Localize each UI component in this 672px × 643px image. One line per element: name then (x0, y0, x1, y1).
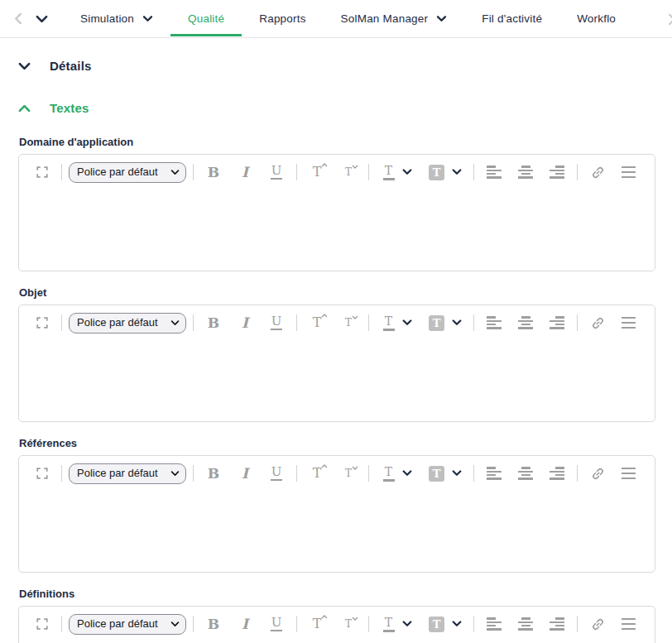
chevron-down-icon (142, 16, 153, 22)
font-family-select[interactable]: Police par défaut (69, 313, 186, 333)
font-size-increase-button[interactable]: T (301, 161, 333, 183)
toolbar-separator (296, 314, 297, 331)
font-size-increase-button[interactable]: T (301, 312, 333, 333)
align-right-button[interactable] (541, 463, 573, 484)
bold-icon: B (208, 166, 219, 180)
italic-icon: I (242, 316, 248, 330)
font-family-select[interactable]: Police par défaut (69, 614, 186, 635)
align-left-button[interactable] (478, 613, 510, 635)
overflow-menu-button[interactable] (613, 463, 645, 484)
toolbar-separator (61, 164, 62, 180)
align-center-button[interactable] (510, 463, 541, 484)
tab-rapports[interactable]: Rapports (242, 0, 323, 38)
italic-button[interactable]: I (229, 161, 261, 183)
link-button[interactable] (582, 312, 613, 333)
align-left-button[interactable] (478, 312, 510, 333)
field-label: Définitions (19, 588, 655, 600)
bold-button[interactable]: B (198, 161, 229, 183)
font-family-select[interactable]: Police par défaut (69, 162, 186, 183)
tab-label: Qualité (188, 12, 224, 25)
section-header-textes[interactable]: Textes (18, 101, 655, 115)
align-center-icon (518, 467, 533, 480)
tab-label: Workflo (577, 12, 616, 25)
tabs-overflow-icon[interactable] (33, 0, 50, 38)
underline-button[interactable]: U (261, 312, 292, 333)
tab-workflow[interactable]: Workflo (559, 0, 633, 38)
highlight-color-icon: T (429, 617, 444, 632)
tab-bar: Simulation Qualité Rapports SolMan Manag… (0, 0, 672, 38)
chevron-down-icon (402, 470, 412, 477)
font-size-decrease-button[interactable]: T (333, 613, 364, 635)
rich-text-content[interactable] (19, 333, 655, 416)
scroll-tabs-left-icon[interactable] (10, 0, 26, 38)
bold-button[interactable]: B (198, 463, 229, 484)
overflow-menu-button[interactable] (613, 613, 645, 635)
font-size-decrease-button[interactable]: T (333, 161, 364, 183)
tab-label: Simulation (80, 12, 134, 25)
italic-button[interactable]: I (229, 613, 261, 635)
font-size-increase-icon: T (313, 617, 322, 631)
align-left-button[interactable] (478, 463, 510, 484)
rich-text-content[interactable] (19, 484, 655, 567)
textes-fields: Domaine d'application Police par défautB… (18, 136, 655, 643)
bold-button[interactable]: B (198, 312, 229, 333)
text-color-button[interactable]: T (373, 463, 421, 484)
text-color-button[interactable]: T (373, 161, 421, 183)
font-size-decrease-button[interactable]: T (333, 312, 364, 333)
editor-toolbar: Police par défautBIUTTTT (19, 456, 655, 484)
underline-button[interactable]: U (261, 463, 292, 484)
align-center-button[interactable] (510, 312, 541, 333)
italic-button[interactable]: I (229, 463, 261, 484)
italic-icon: I (242, 166, 248, 180)
align-center-button[interactable] (510, 161, 541, 183)
align-left-button[interactable] (478, 161, 510, 183)
link-button[interactable] (582, 613, 613, 635)
expand-button[interactable] (27, 312, 57, 333)
underline-button[interactable]: U (261, 613, 292, 635)
italic-button[interactable]: I (229, 312, 261, 333)
underline-button[interactable]: U (261, 161, 292, 183)
font-size-increase-button[interactable]: T (301, 463, 333, 484)
overflow-menu-icon (622, 166, 636, 179)
chevron-down-icon (402, 621, 412, 627)
font-size-decrease-button[interactable]: T (333, 463, 364, 484)
rich-text-content[interactable] (19, 635, 655, 643)
align-right-button[interactable] (541, 613, 573, 635)
scroll-tabs-right-icon[interactable] (665, 0, 672, 38)
align-left-icon (487, 467, 502, 480)
expand-button[interactable] (27, 161, 57, 183)
highlight-color-button[interactable]: T (421, 312, 469, 333)
text-color-icon: T (383, 466, 395, 482)
text-color-button[interactable]: T (373, 613, 421, 635)
tab-solman-manager[interactable]: SolMan Manager (324, 0, 465, 38)
toolbar-separator (577, 314, 578, 331)
rich-text-content[interactable] (19, 183, 655, 266)
overflow-menu-button[interactable] (613, 161, 645, 183)
align-center-button[interactable] (510, 613, 541, 635)
tab-qualite[interactable]: Qualité (170, 0, 242, 38)
tab-simulation[interactable]: Simulation (63, 0, 170, 38)
field-label: Objet (19, 286, 655, 299)
link-button[interactable] (582, 161, 613, 183)
highlight-color-button[interactable]: T (421, 463, 469, 484)
tab-fil-activite[interactable]: Fil d'activité (464, 0, 559, 38)
bold-icon: B (208, 617, 219, 631)
font-size-increase-button[interactable]: T (301, 613, 333, 635)
expand-button[interactable] (27, 613, 57, 635)
bold-button[interactable]: B (198, 613, 229, 635)
link-button[interactable] (582, 463, 613, 484)
highlight-color-button[interactable]: T (421, 161, 469, 183)
align-right-icon (550, 467, 564, 480)
highlight-color-button[interactable]: T (421, 613, 469, 635)
expand-button[interactable] (27, 463, 57, 484)
font-size-decrease-icon: T (345, 468, 352, 478)
overflow-menu-button[interactable] (613, 312, 645, 333)
text-color-button[interactable]: T (373, 312, 421, 333)
align-right-button[interactable] (541, 161, 573, 183)
toolbar-separator (368, 465, 369, 482)
toolbar-separator (473, 465, 474, 482)
section-header-details[interactable]: Détails (18, 59, 655, 73)
align-right-button[interactable] (541, 312, 573, 333)
toolbar-separator (473, 164, 474, 180)
font-family-select[interactable]: Police par défaut (69, 463, 186, 484)
